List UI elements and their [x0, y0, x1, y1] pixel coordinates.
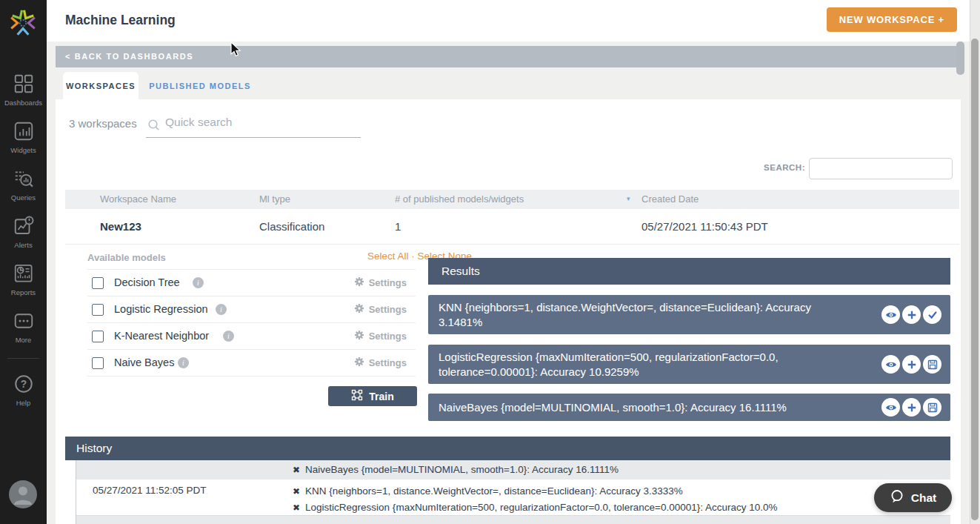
view-result-button[interactable]: [881, 305, 900, 324]
sisense-logo-icon[interactable]: [7, 7, 39, 39]
train-button[interactable]: Train: [328, 386, 417, 406]
ml-type-cell: Classification: [259, 220, 324, 233]
alerts-icon: [0, 215, 47, 239]
history-header: History: [65, 437, 950, 460]
sidebar-item-dashboards[interactable]: Dashboards: [0, 73, 47, 107]
table-header: Workspace Name Ml type # of published mo…: [65, 190, 959, 209]
gear-icon: [354, 356, 364, 369]
result-row: NaiveBayes {model=MULTINOMIAL, smooth=1.…: [428, 394, 950, 421]
accept-result-button[interactable]: [923, 305, 941, 324]
model-settings-button[interactable]: Settings: [354, 303, 407, 316]
tab-workspaces[interactable]: WORKSPACES: [63, 72, 139, 99]
page-title: Machine Learning: [65, 13, 176, 28]
available-models-title: Available models: [87, 252, 166, 263]
dismiss-x-icon[interactable]: ✖: [293, 486, 300, 497]
workspace-name-cell[interactable]: New123: [100, 220, 141, 233]
back-to-dashboards-link[interactable]: < BACK TO DASHBOARDS: [56, 46, 961, 67]
sidebar-item-alerts[interactable]: Alerts: [0, 215, 47, 249]
search-icon: [147, 119, 161, 132]
gear-icon: [354, 303, 364, 316]
sidebar-divider: [7, 358, 39, 359]
view-result-button[interactable]: [881, 355, 900, 374]
history-entry: ✖LogisticRegression {maxNumIteration=500…: [293, 500, 778, 516]
sidebar-item-widgets[interactable]: Widgets: [0, 120, 47, 154]
history-date: 05/27/2021 11:52:05 PDT: [93, 485, 207, 496]
top-header: Machine Learning NEW WORKSPACE +: [47, 0, 980, 42]
select-all-link[interactable]: Select All: [367, 251, 409, 262]
search-input[interactable]: [809, 158, 953, 179]
gear-icon: [354, 330, 364, 342]
workspaces-panel: 3 workspaces SEARCH: Workspace Name Ml t…: [56, 99, 961, 524]
user-avatar[interactable]: [9, 480, 37, 508]
info-icon[interactable]: i: [216, 304, 227, 315]
sort-desc-icon[interactable]: ▾: [627, 195, 630, 202]
quick-search-input[interactable]: [165, 116, 356, 129]
add-result-button[interactable]: [902, 398, 921, 417]
column-workspace-name[interactable]: Workspace Name: [100, 193, 176, 205]
published-count-cell: 1: [395, 220, 401, 233]
info-icon[interactable]: i: [178, 357, 189, 368]
result-text: KNN {neighbors=1, distance.WeightVector=…: [439, 300, 844, 330]
workspace-row[interactable]: New123 Classification 1 05/27/2021 11:50…: [65, 209, 959, 245]
history-entry: ✖KNN {neighbors=1, distance.WeightVector…: [293, 483, 778, 500]
history-row: 05/27/2021 11:52:05 PDT ✖KNN {neighbors=…: [76, 480, 950, 516]
queries-icon: [0, 168, 47, 191]
info-icon[interactable]: i: [193, 277, 204, 288]
new-workspace-button[interactable]: NEW WORKSPACE +: [827, 7, 957, 32]
model-row-naive-bayes: Naive Bayes i Settings: [87, 350, 416, 377]
chat-button[interactable]: Chat: [874, 483, 952, 512]
add-result-button[interactable]: [902, 355, 921, 374]
reports-icon: [0, 262, 47, 286]
sidebar-item-more[interactable]: More: [0, 310, 47, 344]
model-row-k-nearest-neighbor: K-Nearest Neighbor i Settings: [87, 323, 416, 350]
models-list: Decision Tree i Settings Logistic Regres…: [87, 269, 416, 377]
gear-icon: [354, 276, 364, 289]
results-header: Results: [428, 258, 950, 285]
svg-text:?: ?: [20, 379, 26, 390]
help-icon: ?: [0, 373, 47, 397]
sidebar-item-queries[interactable]: Queries: [0, 168, 47, 202]
dashboards-icon: [0, 73, 47, 96]
view-result-button[interactable]: [881, 398, 900, 417]
more-ellipsis-icon: [0, 310, 47, 334]
dismiss-x-icon[interactable]: ✖: [293, 465, 300, 475]
sidebar-item-reports[interactable]: Reports: [0, 262, 47, 296]
model-checkbox[interactable]: [92, 277, 104, 289]
result-row: KNN {neighbors=1, distance.WeightVector=…: [428, 295, 950, 334]
column-published[interactable]: # of published models/widgets: [395, 193, 524, 205]
train-icon: [351, 389, 363, 403]
widgets-icon: [0, 120, 47, 144]
model-checkbox[interactable]: [92, 331, 104, 342]
column-created-date[interactable]: Created Date: [641, 193, 699, 205]
save-result-button[interactable]: [923, 355, 941, 374]
select-separator: ·: [411, 251, 415, 262]
model-row-decision-tree: Decision Tree i Settings: [87, 270, 416, 296]
model-checkbox[interactable]: [92, 357, 104, 369]
info-icon[interactable]: i: [223, 331, 234, 342]
history-row: ✖NaiveBayes {model=MULTINOMIAL, smooth=1…: [76, 460, 950, 480]
dismiss-x-icon[interactable]: ✖: [293, 503, 300, 513]
inner-scrollbar-thumb[interactable]: [956, 42, 964, 75]
history-row-partial: [76, 516, 950, 524]
tab-published-models[interactable]: PUBLISHED MODELS: [139, 72, 261, 99]
model-settings-button[interactable]: Settings: [354, 276, 407, 289]
model-row-logistic-regression: Logistic Regression i Settings: [87, 296, 416, 323]
column-ml-type[interactable]: Ml type: [259, 193, 290, 205]
model-settings-button[interactable]: Settings: [354, 356, 407, 369]
sidebar-item-help[interactable]: ? Help: [0, 373, 47, 407]
result-text: NaiveBayes {model=MULTINOMIAL, smooth=1.…: [439, 400, 844, 415]
scrollbar-thumb[interactable]: [971, 39, 979, 520]
model-settings-button[interactable]: Settings: [354, 330, 407, 342]
workspace-count: 3 workspaces: [69, 117, 137, 130]
result-text: LogisticRegression {maxNumIteration=500,…: [439, 350, 844, 379]
sidebar: Dashboards Widgets Queries: [0, 0, 47, 524]
result-row: LogisticRegression {maxNumIteration=500,…: [428, 345, 950, 384]
search-label: SEARCH:: [731, 163, 805, 172]
chat-bubble-icon: [890, 489, 904, 507]
history-entry: ✖NaiveBayes {model=MULTINOMIAL, smooth=1…: [293, 460, 619, 480]
save-result-button[interactable]: [923, 398, 941, 417]
model-checkbox[interactable]: [92, 304, 104, 316]
add-result-button[interactable]: [902, 305, 921, 324]
created-date-cell: 05/27/2021 11:50:43 PDT: [641, 220, 768, 233]
quick-search: [146, 113, 361, 138]
